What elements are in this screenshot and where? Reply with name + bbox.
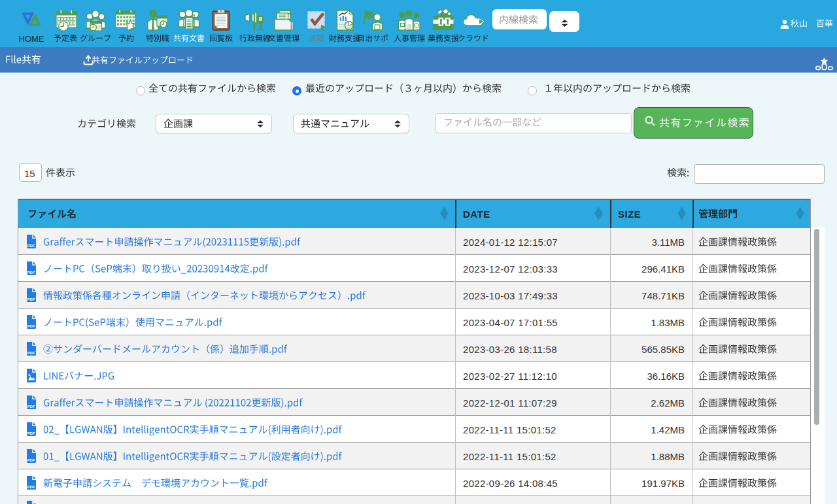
svg-text:PDF: PDF [27,458,35,462]
svg-text:PDF: PDF [27,485,35,489]
svg-text:PDF: PDF [27,351,35,355]
svg-text:PDF: PDF [27,271,35,275]
svg-text:PDF: PDF [27,431,35,435]
svg-text:PDF: PDF [27,324,35,328]
svg-text:PDF: PDF [27,244,35,248]
svg-text:PDF: PDF [27,405,35,409]
svg-text:PDF: PDF [27,297,35,301]
